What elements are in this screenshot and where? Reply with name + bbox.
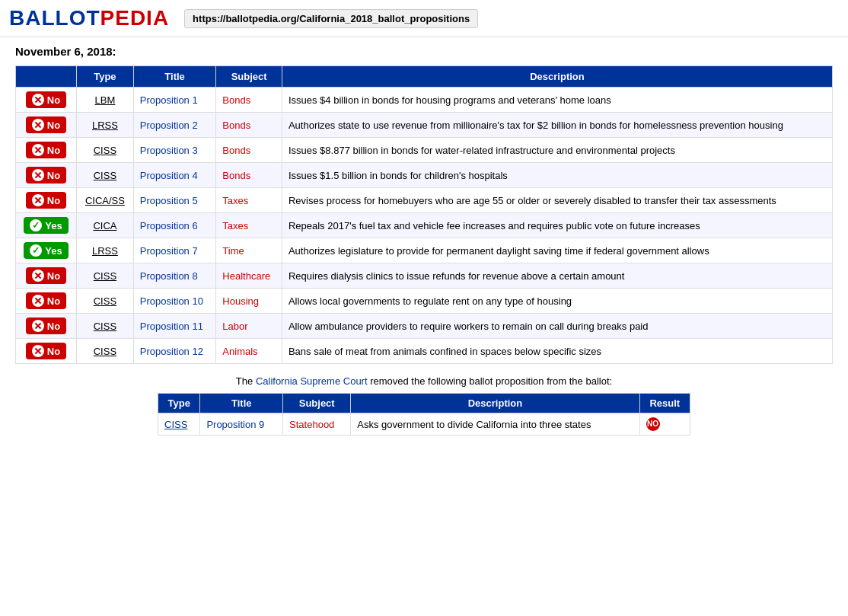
vote-cell: No <box>16 188 77 213</box>
type-cell: CISS <box>77 138 134 163</box>
vote-no-btn: No <box>26 91 66 108</box>
header: BALLOTPEDIA https://ballotpedia.org/Cali… <box>0 0 848 37</box>
vote-cell: No <box>16 163 77 188</box>
col-description: Description <box>282 66 832 88</box>
subject-cell: Animals <box>216 339 282 364</box>
table-row: No CISSProposition 8HealthcareRequires d… <box>16 263 833 289</box>
vote-cell: No <box>16 314 77 339</box>
title-cell[interactable]: Proposition 5 <box>133 188 216 213</box>
vote-no-btn: No <box>26 292 66 309</box>
vote-cell: No <box>16 263 77 289</box>
vote-cell: No <box>16 289 77 314</box>
title-cell[interactable]: Proposition 8 <box>133 263 216 289</box>
california-supreme-court-link[interactable]: California Supreme Court <box>256 375 368 387</box>
footer-text-before: The <box>236 375 256 387</box>
no-badge: NO <box>646 417 660 431</box>
removed-table-row: CISS Proposition 9 Statehood Asks govern… <box>158 413 690 436</box>
col-title: Title <box>133 66 216 88</box>
main-content: November 6, 2018: Type Title Subject Des… <box>0 37 848 449</box>
removed-col-description: Description <box>351 394 639 413</box>
subject-cell: Bonds <box>216 163 282 188</box>
table-header-row: Type Title Subject Description <box>16 66 833 88</box>
removed-result: NO <box>639 413 690 436</box>
url-bar: https://ballotpedia.org/California_2018_… <box>184 9 478 28</box>
removed-col-subject: Subject <box>283 394 351 413</box>
type-cell: CISS <box>77 289 134 314</box>
description-cell: Issues $8.877 billion in bonds for water… <box>282 138 832 163</box>
type-cell: CISS <box>77 263 134 289</box>
vote-cell: No <box>16 339 77 364</box>
removed-title: Proposition 9 <box>200 413 283 436</box>
description-cell: Authorizes legislature to provide for pe… <box>282 238 832 263</box>
description-cell: Allow ambulance providers to require wor… <box>282 314 832 339</box>
description-cell: Issues $1.5 billion in bonds for childre… <box>282 163 832 188</box>
table-row: ✓ Yes CICAProposition 6TaxesRepeals 2017… <box>16 213 833 238</box>
type-cell: CISS <box>77 163 134 188</box>
title-cell[interactable]: Proposition 11 <box>133 314 216 339</box>
description-cell: Requires dialysis clinics to issue refun… <box>282 263 832 289</box>
type-cell: LRSS <box>77 113 134 138</box>
description-cell: Allows local governments to regulate ren… <box>282 289 832 314</box>
removed-description: Asks government to divide California int… <box>351 413 639 436</box>
subject-cell: Labor <box>216 314 282 339</box>
subject-cell: Taxes <box>216 213 282 238</box>
col-type: Type <box>77 66 134 88</box>
vote-yes-btn: ✓ Yes <box>24 217 68 234</box>
table-row: No CISSProposition 4BondsIssues $1.5 bil… <box>16 163 833 188</box>
logo-ballot: BALLOT <box>9 6 100 30</box>
removed-type: CISS <box>158 413 200 436</box>
table-row: No CISSProposition 11LaborAllow ambulanc… <box>16 314 833 339</box>
title-cell[interactable]: Proposition 6 <box>133 213 216 238</box>
subject-cell: Time <box>216 238 282 263</box>
title-cell[interactable]: Proposition 7 <box>133 238 216 263</box>
removed-col-result: Result <box>639 394 690 413</box>
title-cell[interactable]: Proposition 3 <box>133 138 216 163</box>
type-cell: LBM <box>77 88 134 113</box>
description-cell: Issues $4 billion in bonds for housing p… <box>282 88 832 113</box>
table-row: No CISSProposition 12AnimalsBans sale of… <box>16 339 833 364</box>
vote-yes-btn: ✓ Yes <box>24 242 68 259</box>
vote-no-btn: No <box>26 192 66 209</box>
logo: BALLOTPEDIA <box>9 6 169 30</box>
type-cell: CISS <box>77 314 134 339</box>
title-cell[interactable]: Proposition 12 <box>133 339 216 364</box>
col-vote <box>16 66 77 88</box>
removed-col-type: Type <box>158 394 200 413</box>
type-cell: CISS <box>77 339 134 364</box>
table-row: No CICA/SSProposition 5TaxesRevises proc… <box>16 188 833 213</box>
footer-text-after: removed the following ballot proposition… <box>368 375 613 387</box>
description-cell: Repeals 2017's fuel tax and vehicle fee … <box>282 213 832 238</box>
vote-no-btn: No <box>26 167 66 184</box>
title-cell[interactable]: Proposition 2 <box>133 113 216 138</box>
footer-text: The California Supreme Court removed the… <box>15 375 833 387</box>
type-cell: LRSS <box>77 238 134 263</box>
type-cell: CICA/SS <box>77 188 134 213</box>
vote-no-btn: No <box>26 116 66 133</box>
url-text: https://ballotpedia.org/California_2018_… <box>193 13 470 24</box>
title-cell[interactable]: Proposition 4 <box>133 163 216 188</box>
title-cell[interactable]: Proposition 10 <box>133 289 216 314</box>
date-heading: November 6, 2018: <box>15 45 833 58</box>
vote-no-btn: No <box>26 318 66 334</box>
vote-cell: No <box>16 113 77 138</box>
type-cell: CICA <box>77 213 134 238</box>
removed-col-title: Title <box>200 394 283 413</box>
vote-cell: ✓ Yes <box>16 213 77 238</box>
subject-cell: Taxes <box>216 188 282 213</box>
vote-no-btn: No <box>26 142 66 158</box>
title-cell[interactable]: Proposition 1 <box>133 88 216 113</box>
table-row: No LBMProposition 1BondsIssues $4 billio… <box>16 88 833 113</box>
propositions-table: Type Title Subject Description No LBMPro… <box>15 65 833 364</box>
subject-cell: Healthcare <box>216 263 282 289</box>
description-cell: Revises process for homebuyers who are a… <box>282 188 832 213</box>
subject-cell: Bonds <box>216 88 282 113</box>
removed-table: Type Title Subject Description Result CI… <box>158 393 690 436</box>
table-row: No LRSSProposition 2BondsAuthorizes stat… <box>16 113 833 138</box>
description-cell: Authorizes state to use revenue from mil… <box>282 113 832 138</box>
removed-subject: Statehood <box>283 413 351 436</box>
col-subject: Subject <box>216 66 282 88</box>
vote-no-btn: No <box>26 343 66 359</box>
vote-cell: ✓ Yes <box>16 238 77 263</box>
vote-cell: No <box>16 88 77 113</box>
removed-table-header-row: Type Title Subject Description Result <box>158 394 690 413</box>
